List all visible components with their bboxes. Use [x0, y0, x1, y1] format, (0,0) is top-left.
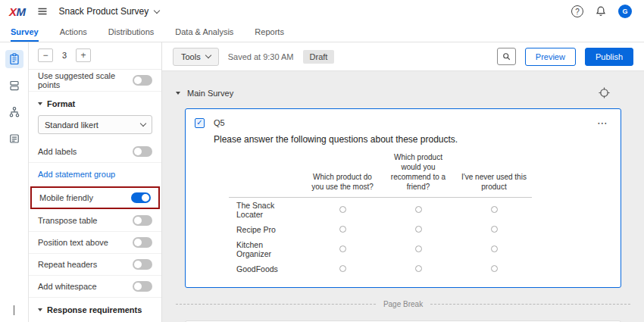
- search-icon[interactable]: [497, 48, 516, 65]
- add-whitespace-row: Add whitespace: [29, 276, 161, 298]
- matrix-cell: [456, 261, 532, 277]
- radio-button[interactable]: [415, 265, 422, 272]
- xm-logo[interactable]: XM: [9, 5, 26, 18]
- transpose-table-toggle[interactable]: [133, 215, 152, 226]
- radio-button[interactable]: [339, 245, 346, 252]
- format-select[interactable]: Standard likert: [38, 115, 152, 134]
- question-text[interactable]: Please answer the following questions ab…: [214, 134, 611, 145]
- radio-button[interactable]: [415, 245, 422, 252]
- tab-data-analysis[interactable]: Data & Analysis: [175, 23, 233, 42]
- matrix-row-label[interactable]: The Snack Locater: [229, 198, 305, 223]
- response-requirements-header[interactable]: Response requirements: [29, 298, 161, 319]
- radio-button[interactable]: [491, 265, 498, 272]
- tab-actions[interactable]: Actions: [60, 23, 87, 42]
- tab-reports[interactable]: Reports: [255, 23, 284, 42]
- hamburger-icon[interactable]: [36, 5, 48, 17]
- radio-button[interactable]: [339, 226, 346, 233]
- matrix-cell: [305, 261, 380, 277]
- block-header: Main Survey: [176, 86, 630, 99]
- main-area: Tools Saved at 9:30 AM Draft Preview Pub…: [162, 42, 644, 322]
- matrix-row-label[interactable]: GoodFoods: [229, 261, 305, 277]
- add-labels-row: Add labels: [29, 141, 161, 163]
- survey-builder-icon[interactable]: [5, 50, 23, 68]
- survey-canvas[interactable]: Main Survey ✓ Q5 ⋯ Please answer the fol…: [162, 71, 644, 322]
- question-id: Q5: [214, 118, 225, 127]
- tools-button[interactable]: Tools: [173, 48, 219, 66]
- chevron-down-icon: [154, 7, 160, 13]
- repeat-headers-row: Repeat headers: [29, 254, 161, 276]
- transpose-table-row: Transpose table: [29, 210, 161, 232]
- survey-options-icon[interactable]: [5, 130, 23, 148]
- matrix-row: Recipe Pro: [229, 222, 532, 237]
- repeat-headers-label: Repeat headers: [38, 260, 97, 269]
- matrix-row: The Snack Locater: [229, 198, 532, 223]
- radio-button[interactable]: [415, 206, 422, 213]
- crosshair-icon[interactable]: [598, 86, 611, 99]
- matrix-table: Which product do you use the most? Which…: [229, 151, 532, 277]
- page-break-line: [430, 304, 630, 305]
- suggested-scale-points-toggle[interactable]: [133, 75, 152, 86]
- survey-flow-icon[interactable]: [5, 103, 23, 121]
- add-whitespace-toggle[interactable]: [133, 281, 152, 292]
- radio-button[interactable]: [491, 206, 498, 213]
- add-whitespace-label: Add whitespace: [38, 282, 97, 291]
- scale-points-stepper: − 3 +: [29, 42, 161, 70]
- position-text-above-row: Position text above: [29, 232, 161, 254]
- question-checkbox[interactable]: ✓: [195, 118, 205, 128]
- radio-button[interactable]: [415, 226, 422, 233]
- preview-button[interactable]: Preview: [525, 48, 576, 66]
- plus-icon[interactable]: +: [76, 48, 91, 62]
- question-card-q5[interactable]: ✓ Q5 ⋯ Please answer the following quest…: [185, 108, 621, 288]
- mobile-friendly-label: Mobile friendly: [39, 193, 93, 202]
- question-menu-icon[interactable]: ⋯: [597, 117, 608, 129]
- bell-icon[interactable]: [595, 5, 607, 17]
- add-labels-label: Add labels: [38, 147, 77, 156]
- format-section-header[interactable]: Format: [29, 92, 161, 113]
- add-labels-toggle[interactable]: [133, 146, 152, 157]
- matrix-row-label[interactable]: Recipe Pro: [229, 222, 305, 237]
- main-nav: Survey Actions Distributions Data & Anal…: [0, 23, 644, 42]
- editor-toolbar: Tools Saved at 9:30 AM Draft Preview Pub…: [162, 42, 644, 71]
- repeat-headers-toggle[interactable]: [133, 259, 152, 270]
- triangle-down-icon: [38, 102, 42, 105]
- question-header: ✓ Q5 ⋯: [195, 117, 611, 129]
- tab-survey[interactable]: Survey: [11, 23, 39, 42]
- matrix-cell: [456, 222, 532, 237]
- matrix-col-header[interactable]: Which product do you use the most?: [305, 151, 380, 198]
- format-select-value: Standard likert: [45, 120, 98, 130]
- minus-icon[interactable]: −: [38, 48, 53, 62]
- avatar[interactable]: G: [618, 5, 632, 18]
- position-text-above-toggle[interactable]: [133, 237, 152, 248]
- publish-button[interactable]: Publish: [585, 48, 633, 66]
- matrix-cell: [380, 198, 456, 223]
- mobile-friendly-toggle[interactable]: [131, 192, 151, 203]
- matrix-cell: [305, 198, 380, 223]
- scale-points-value: 3: [59, 51, 70, 60]
- help-icon[interactable]: ?: [571, 5, 583, 17]
- radio-button[interactable]: [339, 265, 346, 272]
- matrix-header-row: Which product do you use the most? Which…: [229, 151, 532, 198]
- collapse-block-icon[interactable]: [176, 92, 180, 95]
- blocks-icon[interactable]: [5, 77, 23, 95]
- chevron-down-icon: [205, 52, 211, 58]
- logo-letter-m: M: [17, 5, 26, 18]
- format-section-label: Format: [47, 99, 75, 108]
- page-break[interactable]: Page Break: [176, 300, 630, 308]
- radio-button[interactable]: [491, 245, 498, 252]
- matrix-row-label[interactable]: Kitchen Organizer: [229, 237, 305, 261]
- expand-panel-icon[interactable]: [14, 305, 14, 314]
- matrix-row: GoodFoods: [229, 261, 532, 277]
- matrix-cell: [305, 222, 380, 237]
- logo-letter-x: X: [9, 5, 17, 18]
- matrix-col-header[interactable]: I've never used this product: [456, 151, 532, 198]
- tab-distributions[interactable]: Distributions: [108, 23, 155, 42]
- icon-rail: [0, 42, 29, 322]
- suggested-scale-points-row: Use suggested scale points: [29, 70, 161, 92]
- matrix-col-header[interactable]: Which product would you recommend to a f…: [380, 151, 456, 198]
- radio-button[interactable]: [339, 206, 346, 213]
- page-break-line: [176, 304, 376, 305]
- survey-name-dropdown[interactable]: Snack Product Survey: [59, 6, 160, 17]
- radio-button[interactable]: [491, 226, 498, 233]
- matrix-cell: [305, 237, 380, 261]
- add-statement-group-link[interactable]: Add statement group: [29, 163, 161, 186]
